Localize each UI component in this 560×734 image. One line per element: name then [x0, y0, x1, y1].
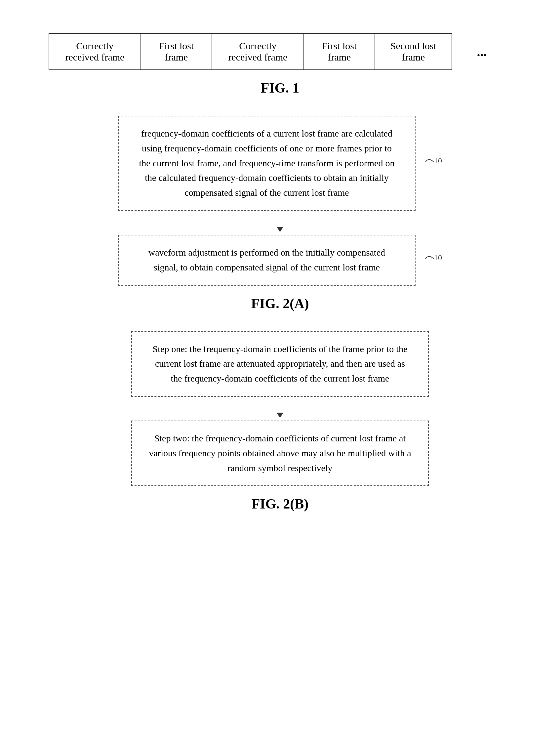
- frame-cell-4: First lost frame: [304, 33, 375, 70]
- fig1-label: FIG. 1: [49, 80, 511, 96]
- frame-cell-5: Second lost frame: [375, 33, 452, 70]
- fig2b-box2: Step two: the frequency-domain coefficie…: [131, 421, 429, 486]
- fig2b-box1: Step one: the frequency-domain coefficie…: [131, 331, 429, 397]
- dots: ...: [452, 33, 511, 70]
- frame-cell-2: First lost frame: [141, 33, 212, 70]
- fig2a-box2-wrapper: waveform adjustment is performed on the …: [82, 235, 478, 286]
- fig2a-box1-wrapper: frequency-domain coefficients of a curre…: [82, 116, 478, 211]
- fig2a-section: frequency-domain coefficients of a curre…: [40, 116, 520, 311]
- fig2b-box1-wrapper: Step one: the frequency-domain coefficie…: [82, 331, 478, 397]
- fig1-section: Correctly received frame First lost fram…: [49, 33, 511, 96]
- fig2a-box1: frequency-domain coefficients of a curre…: [118, 116, 416, 211]
- fig2a-ref2: 102: [422, 252, 442, 268]
- fig2b-section: Step one: the frequency-domain coefficie…: [40, 331, 520, 512]
- frame-cell-1: Correctly received frame: [49, 33, 141, 70]
- fig2a-box2: waveform adjustment is performed on the …: [118, 235, 416, 286]
- frame-cell-3: Correctly received frame: [212, 33, 304, 70]
- fig2a-label: FIG. 2(A): [40, 296, 520, 311]
- arrow-2: [273, 399, 287, 418]
- svg-text:101: 101: [434, 156, 442, 165]
- fig2b-box2-wrapper: Step two: the frequency-domain coefficie…: [82, 421, 478, 486]
- fig2a-flowchart: frequency-domain coefficients of a curre…: [82, 116, 478, 286]
- fig2b-label: FIG. 2(B): [40, 496, 520, 512]
- frame-table: Correctly received frame First lost fram…: [49, 33, 511, 70]
- fig2b-flowchart: Step one: the frequency-domain coefficie…: [82, 331, 478, 486]
- arrow-1: [273, 214, 287, 232]
- svg-text:102: 102: [434, 253, 442, 262]
- fig2a-ref1: 101: [422, 155, 442, 171]
